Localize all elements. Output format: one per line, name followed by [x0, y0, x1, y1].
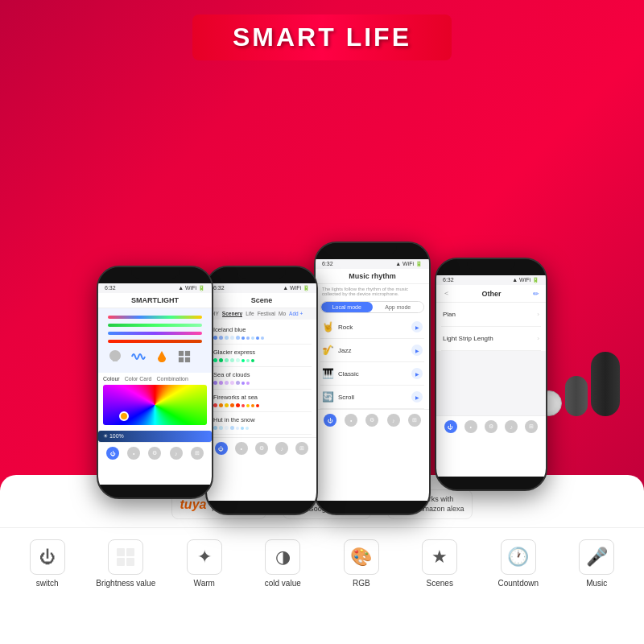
- scenes-icon-box: ★: [422, 539, 457, 575]
- light-strip-1: [108, 316, 202, 319]
- speakers-area: [536, 352, 620, 416]
- dot: [219, 403, 223, 407]
- power-nav[interactable]: ⏻: [215, 442, 228, 455]
- grid-nav[interactable]: ⊞: [295, 442, 308, 455]
- music-item-scroll[interactable]: 🔄 Scroll ▶: [320, 386, 424, 409]
- grid-nav-4[interactable]: ⊞: [525, 420, 538, 433]
- drop-icon: [155, 350, 169, 363]
- phone-4-screen: 6:32 ▲ WiFi 🔋 ＜ Other ✏ Plan › Light Str…: [436, 275, 546, 477]
- jazz-play-btn[interactable]: ▶: [411, 345, 423, 356]
- phone-2-tabs: DIY Scenery Life Festival Mo Add +: [207, 308, 316, 320]
- phones-area: 6:32 ▲ WiFi 🔋 SMARTLIGHT: [16, 64, 628, 515]
- power-nav-4[interactable]: ⏻: [444, 420, 457, 433]
- scene-glacier[interactable]: Glacier express: [212, 345, 312, 367]
- phone-3-screen: 6:32 ▲ WiFi 🔋 Music rhythm The lights fo…: [316, 259, 429, 501]
- dot-nav[interactable]: •: [235, 442, 248, 455]
- phone-3-bottom-nav: ⏻ • ⚙ ♪ ⊞: [316, 409, 429, 431]
- dot-nav-3[interactable]: •: [345, 414, 357, 427]
- music-nav-icon[interactable]: ♪: [170, 447, 183, 460]
- music-item-jazz[interactable]: 🎷 Jazz ▶: [320, 339, 424, 362]
- grid-nav-3[interactable]: ⊞: [408, 414, 421, 427]
- phone-3-status: 6:32 ▲ WiFi 🔋: [316, 259, 429, 269]
- dot: [225, 336, 229, 340]
- svg-rect-35: [117, 558, 125, 566]
- feature-switch: ⏻ switch: [15, 539, 80, 588]
- dot: [225, 358, 229, 362]
- phone-2-scene-list: Iceland blue: [207, 320, 316, 437]
- phone-1: 6:32 ▲ WiFi 🔋 SMARTLIGHT: [97, 266, 213, 499]
- scene-nav[interactable]: ⚙: [255, 442, 268, 455]
- countdown-label: Countdown: [497, 579, 539, 588]
- scene-nav-3[interactable]: ⚙: [365, 414, 378, 427]
- phone-4-spacer: [436, 351, 546, 415]
- phone-4: 6:32 ▲ WiFi 🔋 ＜ Other ✏ Plan › Light Str…: [435, 258, 547, 491]
- phone-2-status: 6:32 ▲ WiFi 🔋: [207, 283, 316, 293]
- rock-play-btn[interactable]: ▶: [411, 321, 423, 332]
- phone-4-status: 6:32 ▲ WiFi 🔋: [436, 275, 546, 285]
- local-mode-tab[interactable]: Local mode: [321, 302, 373, 312]
- music-item-rock[interactable]: 🤘 Rock ▶: [320, 316, 424, 339]
- music-icon: 🎤: [586, 547, 608, 568]
- color-mode-selector: Colour Color Card Combination: [103, 376, 207, 382]
- dot: [246, 404, 250, 407]
- scene-sea-clouds[interactable]: Sea of clouds: [212, 367, 312, 390]
- music-item-classic[interactable]: 🎹 Classic ▶: [320, 362, 424, 386]
- scroll-icon: 🔄: [322, 391, 334, 402]
- grid-nav-icon[interactable]: ⊞: [191, 447, 204, 460]
- dot: [213, 358, 217, 362]
- phone-2: 6:32 ▲ WiFi 🔋 Scene DIY Scenery Life Fes…: [205, 266, 318, 515]
- dot: [219, 426, 223, 430]
- phone-2-screen: 6:32 ▲ WiFi 🔋 Scene DIY Scenery Life Fes…: [207, 283, 316, 501]
- dot: [225, 403, 229, 407]
- svg-rect-34: [126, 548, 134, 556]
- color-wheel[interactable]: [103, 385, 207, 425]
- dot: [242, 336, 245, 340]
- color-selector[interactable]: [119, 411, 129, 421]
- rgb-icon: 🎨: [350, 547, 372, 568]
- p4-strip-length-item[interactable]: Light Strip Length ›: [441, 327, 541, 351]
- gear-nav-icon[interactable]: ⚙: [148, 447, 161, 460]
- dot: [219, 381, 223, 385]
- classic-play-btn[interactable]: ▶: [411, 368, 423, 379]
- dot: [225, 381, 229, 385]
- scene-nav-4[interactable]: ⚙: [485, 420, 497, 433]
- music-list: 🤘 Rock ▶ 🎷 Jazz ▶ 🎹 Classic ▶: [316, 316, 429, 409]
- p4-plan-item[interactable]: Plan ›: [441, 303, 541, 327]
- dot: [236, 403, 240, 407]
- dot: [213, 381, 217, 385]
- dot: [230, 358, 234, 362]
- dot: [230, 403, 234, 407]
- scenes-icon: ★: [431, 547, 448, 568]
- feature-scenes: ★ Scenes: [407, 539, 472, 588]
- feature-warm: ✦ Warm: [172, 539, 237, 588]
- app-mode-tab[interactable]: App mode: [373, 302, 424, 312]
- cold-label: cold value: [265, 579, 301, 588]
- dot: [246, 382, 250, 385]
- dot: [241, 427, 244, 430]
- dot: [213, 403, 217, 407]
- dot: [251, 359, 254, 362]
- scene-hut-snow[interactable]: Hut in the snow: [212, 412, 312, 435]
- warm-label: Warm: [194, 579, 215, 588]
- scroll-play-btn[interactable]: ▶: [411, 391, 423, 402]
- dot-nav-4[interactable]: •: [464, 420, 477, 433]
- phone-2-notch: [207, 267, 316, 283]
- warm-icon-box: ✦: [187, 539, 222, 575]
- music-nav[interactable]: ♪: [275, 442, 288, 455]
- dot: [213, 336, 217, 340]
- brightness-bar[interactable]: ☀ 100%: [98, 431, 212, 442]
- countdown-icon-box: 🕐: [501, 539, 536, 575]
- feature-rgb: 🎨 RGB: [329, 539, 394, 588]
- music-nav-4[interactable]: ♪: [505, 420, 518, 433]
- lamp-icon: [107, 350, 123, 363]
- main-container: SMART LIFE 6:32 ▲ WiFi 🔋 SMARTLIGHT: [0, 0, 644, 644]
- power-nav-icon[interactable]: ⏻: [106, 447, 119, 460]
- cold-icon-box: ◑: [265, 539, 300, 575]
- jazz-icon: 🎷: [322, 345, 334, 356]
- music-nav-3[interactable]: ♪: [387, 414, 400, 427]
- dot-nav-icon[interactable]: •: [127, 447, 140, 460]
- scene-iceland[interactable]: Iceland blue: [212, 322, 312, 345]
- power-nav-3[interactable]: ⏻: [324, 414, 336, 427]
- scene-fireworks[interactable]: Fireworks at sea: [212, 390, 312, 412]
- rock-icon: 🤘: [322, 321, 334, 332]
